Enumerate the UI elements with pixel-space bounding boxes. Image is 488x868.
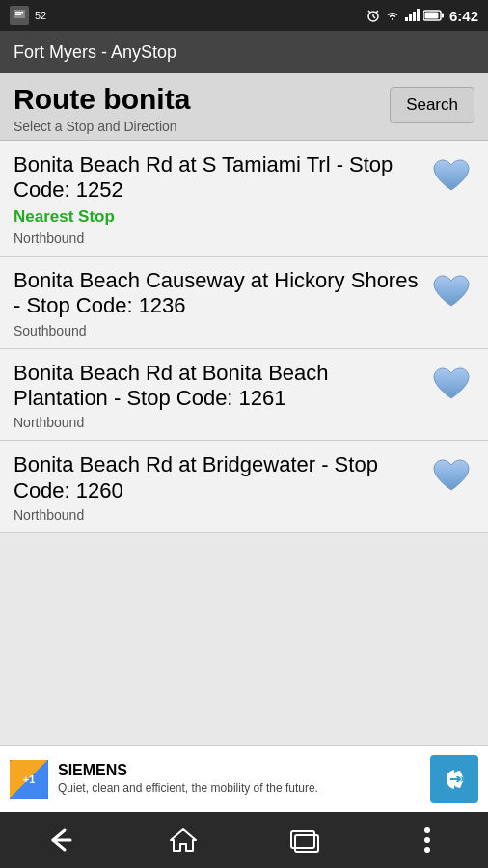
ad-banner[interactable]: +1 SIEMENS Quiet, clean and efficient, t…	[0, 745, 488, 812]
stop-item-4[interactable]: Bonita Beach Rd at Bridgewater - Stop Co…	[0, 441, 488, 533]
home-icon	[169, 826, 198, 854]
recents-icon	[289, 827, 320, 853]
notification-icon	[10, 6, 29, 25]
svg-line-7	[376, 11, 378, 13]
svg-rect-11	[417, 9, 420, 21]
stop-item-1[interactable]: Bonita Beach Rd at S Tamiami Trl - Stop …	[0, 141, 488, 257]
svg-rect-9	[409, 14, 412, 21]
status-right: 6:42	[366, 8, 478, 24]
stop-name-2: Bonita Beach Causeway at Hickory Shores …	[14, 268, 419, 319]
back-button[interactable]	[32, 821, 90, 859]
stop-direction-4: Northbound	[14, 507, 419, 523]
svg-rect-1	[15, 12, 23, 14]
svg-rect-10	[413, 12, 416, 21]
status-bar: 52 6:42	[0, 0, 488, 31]
title-bar: Fort Myers - AnyStop	[0, 31, 488, 73]
svg-rect-14	[424, 13, 438, 19]
stop-name-1: Bonita Beach Rd at S Tamiami Trl - Stop …	[14, 152, 419, 203]
svg-line-5	[373, 16, 375, 18]
favorite-button-2[interactable]	[428, 268, 474, 314]
app-title: Fort Myers - AnyStop	[14, 42, 176, 63]
menu-button[interactable]	[398, 821, 456, 859]
ad-body: Quiet, clean and efficient, the mobility…	[58, 781, 420, 797]
signal-icon	[404, 8, 420, 23]
ad-logo: +1	[10, 760, 48, 799]
alarm-icon	[366, 8, 381, 23]
favorite-button-1[interactable]	[428, 152, 474, 199]
nearest-stop-label-1: Nearest Stop	[14, 207, 419, 227]
stop-content-1: Bonita Beach Rd at S Tamiami Trl - Stop …	[14, 152, 428, 246]
svg-line-6	[368, 11, 370, 13]
stop-direction-1: Northbound	[14, 231, 419, 246]
search-button[interactable]: Search	[390, 87, 474, 123]
route-title: Route bonita	[14, 83, 380, 115]
ad-share-button[interactable]	[430, 755, 478, 803]
svg-point-18	[424, 837, 430, 843]
route-header: Route bonita Select a Stop and Direction…	[0, 73, 488, 141]
favorite-button-4[interactable]	[428, 452, 474, 499]
stop-content-2: Bonita Beach Causeway at Hickory Shores …	[14, 268, 428, 339]
svg-rect-2	[15, 14, 21, 16]
stop-list: Bonita Beach Rd at S Tamiami Trl - Stop …	[0, 141, 488, 743]
route-subtitle: Select a Stop and Direction	[14, 119, 380, 134]
route-title-section: Route bonita Select a Stop and Direction	[14, 83, 380, 134]
ad-title: SIEMENS	[58, 762, 420, 779]
menu-icon	[423, 827, 431, 854]
stop-content-4: Bonita Beach Rd at Bridgewater - Stop Co…	[14, 452, 428, 523]
time-display: 6:42	[449, 8, 478, 24]
wifi-icon	[385, 8, 400, 23]
back-icon	[43, 827, 78, 854]
recents-button[interactable]	[276, 821, 334, 859]
battery-icon	[423, 9, 445, 22]
svg-rect-8	[405, 17, 408, 21]
share-icon	[441, 766, 468, 793]
svg-rect-13	[441, 14, 444, 18]
ad-text-section: SIEMENS Quiet, clean and efficient, the …	[58, 762, 420, 797]
notification-count: 52	[35, 10, 46, 21]
stop-item-2[interactable]: Bonita Beach Causeway at Hickory Shores …	[0, 257, 488, 349]
status-icons	[366, 8, 445, 23]
bottom-nav	[0, 812, 488, 868]
home-button[interactable]	[154, 821, 212, 859]
stop-item-3[interactable]: Bonita Beach Rd at Bonita Beach Plantati…	[0, 349, 488, 442]
stop-content-3: Bonita Beach Rd at Bonita Beach Plantati…	[14, 361, 428, 431]
stop-name-3: Bonita Beach Rd at Bonita Beach Plantati…	[14, 361, 419, 412]
status-left: 52	[10, 6, 46, 25]
svg-point-17	[424, 827, 430, 833]
stop-direction-2: Southbound	[14, 323, 419, 339]
favorite-button-3[interactable]	[428, 361, 474, 407]
svg-point-19	[424, 847, 430, 853]
stop-name-4: Bonita Beach Rd at Bridgewater - Stop Co…	[14, 452, 419, 503]
stop-direction-3: Northbound	[14, 415, 419, 430]
